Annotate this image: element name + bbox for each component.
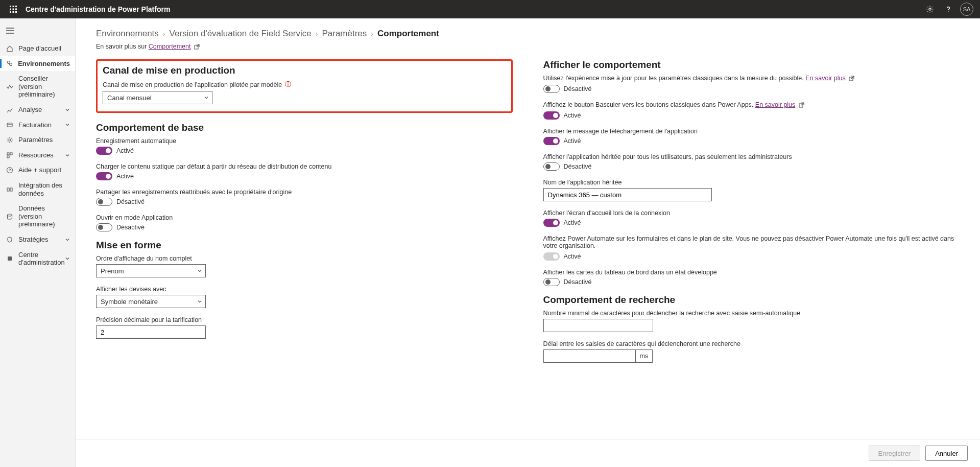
svg-rect-7 (13, 11, 14, 13)
admin-icon (5, 255, 14, 262)
sidebar-item-resources[interactable]: Ressources (0, 148, 75, 163)
settings-icon[interactable] (921, 0, 939, 18)
cdn-toggle[interactable] (96, 172, 112, 180)
help-icon[interactable] (939, 0, 958, 18)
external-link-icon (194, 44, 200, 50)
toggle-classic-label: Affichez le bouton Basculer vers les bou… (543, 101, 960, 108)
sidebar-item-policies[interactable]: Stratégies (0, 232, 75, 247)
basic-behavior-title: Comportement de base (96, 122, 513, 133)
download-msg-toggle[interactable] (543, 137, 560, 145)
currency-select[interactable]: Symbole monétaire (96, 295, 206, 308)
chevron-down-icon (197, 268, 202, 273)
currency-label: Afficher les devises avec (96, 286, 513, 293)
powerautomate-toggle (543, 252, 560, 261)
powerautomate-label: Affichez Power Automate sur les formulai… (543, 235, 960, 249)
sidebar-item-help[interactable]: Aide + support (0, 162, 75, 178)
chevron-down-icon (65, 237, 70, 242)
chevron-down-icon (65, 256, 70, 261)
sidebar-item-admin-center[interactable]: Centre d'administration (0, 247, 75, 270)
svg-rect-5 (15, 9, 17, 10)
precision-input[interactable] (96, 325, 206, 339)
legacy-all-toggle[interactable] (543, 162, 560, 171)
toggle-classic-toggle[interactable] (543, 111, 560, 120)
dashboard-expand-toggle[interactable] (543, 278, 560, 286)
breadcrumb: Environnements › Version d'évaluation de… (96, 29, 960, 39)
learn-more-line: En savoir plus sur Comportement (96, 43, 960, 50)
nameorder-label: Ordre d'affichage du nom complet (96, 255, 513, 262)
analytics-icon (5, 106, 14, 113)
advisor-icon (5, 83, 14, 90)
environments-icon (5, 60, 14, 67)
nameorder-select[interactable]: Prénom (96, 264, 206, 277)
autosave-label: Enregistrement automatique (96, 137, 513, 145)
cancel-button[interactable]: Annuler (925, 446, 968, 461)
svg-rect-2 (15, 6, 17, 7)
external-link-icon (849, 76, 854, 81)
release-channel-select[interactable]: Canal mensuel (103, 91, 212, 104)
appmode-toggle[interactable] (96, 223, 112, 231)
data-icon (5, 213, 14, 220)
chevron-right-icon: › (163, 30, 165, 38)
min-chars-label: Nombre minimal de caractères pour déclen… (543, 310, 960, 317)
dashboard-expand-label: Afficher les cartes du tableau de bord d… (543, 269, 960, 276)
legacy-all-label: Afficher l'application héritée pour tous… (543, 153, 960, 160)
svg-point-18 (9, 139, 11, 141)
sidebar-item-data-preview[interactable]: Données (version préliminaire) (0, 201, 75, 232)
sidebar: Page d'accueil Environnements Conseiller… (0, 18, 76, 467)
svg-rect-0 (10, 6, 11, 7)
cdn-label: Charger le contenu statique par défaut à… (96, 163, 513, 170)
sidebar-item-settings[interactable]: Paramètres (0, 132, 75, 148)
breadcrumb-settings[interactable]: Paramètres (322, 29, 367, 39)
integration-icon (5, 186, 14, 193)
policies-icon (5, 236, 14, 243)
info-icon[interactable]: ⓘ (285, 80, 291, 89)
footer: Enregistrer Annuler (76, 439, 980, 467)
sidebar-item-billing[interactable]: Facturation (0, 118, 75, 133)
autosave-toggle[interactable] (96, 147, 112, 155)
learn-more-link[interactable]: En savoir plus (755, 101, 796, 108)
svg-point-26 (8, 214, 12, 216)
sidebar-item-home[interactable]: Page d'accueil (0, 41, 75, 56)
svg-rect-3 (10, 9, 11, 10)
appmode-label: Ouvrir en mode Application (96, 214, 513, 221)
svg-rect-6 (10, 11, 11, 13)
gear-icon (5, 136, 14, 144)
min-chars-input[interactable] (543, 319, 653, 332)
chevron-right-icon: › (371, 30, 373, 38)
delay-input[interactable] (543, 349, 635, 363)
support-icon (5, 167, 14, 174)
breadcrumb-environment[interactable]: Version d'évaluation de Field Service (170, 29, 312, 39)
updated-exp-toggle[interactable] (543, 85, 560, 93)
welcome-toggle[interactable] (543, 219, 560, 227)
svg-rect-23 (7, 188, 9, 191)
precision-label: Précision décimale pour la tarification (96, 316, 513, 323)
learn-more-link[interactable]: En savoir plus (805, 75, 846, 82)
chevron-down-icon (204, 95, 209, 100)
hamburger-icon[interactable] (0, 20, 20, 41)
display-behavior-title: Afficher le comportement (543, 59, 960, 71)
legacy-name-label: Nom de l'application héritée (543, 179, 960, 186)
sidebar-item-data-integration[interactable]: Intégration des données (0, 178, 75, 201)
home-icon (5, 45, 14, 52)
release-channel-title: Canal de mise en production (103, 65, 506, 76)
formatting-title: Mise en forme (96, 240, 513, 251)
resources-icon (5, 152, 14, 159)
sidebar-item-analytics[interactable]: Analyse (0, 102, 75, 118)
learn-more-link[interactable]: Comportement (149, 43, 191, 50)
delay-label: Délai entre les saisies de caractères qu… (543, 340, 960, 347)
svg-point-14 (7, 61, 10, 64)
search-behavior-title: Comportement de recherche (543, 294, 960, 306)
save-button: Enregistrer (869, 446, 921, 461)
topbar: Centre d'administration de Power Platfor… (0, 0, 980, 18)
share-toggle[interactable] (96, 198, 112, 206)
breadcrumb-environments[interactable]: Environnements (96, 29, 159, 39)
svg-rect-24 (10, 188, 12, 191)
sidebar-item-advisor[interactable]: Conseiller (version préliminaire) (0, 71, 75, 102)
legacy-name-input[interactable] (543, 188, 712, 201)
user-avatar[interactable]: SA (958, 0, 976, 18)
breadcrumb-current: Comportement (377, 29, 439, 39)
sidebar-item-environments[interactable]: Environnements (0, 56, 75, 72)
app-launcher-icon[interactable] (4, 0, 22, 18)
share-label: Partager les enregistrements réattribués… (96, 189, 513, 196)
chevron-right-icon: › (316, 30, 318, 38)
